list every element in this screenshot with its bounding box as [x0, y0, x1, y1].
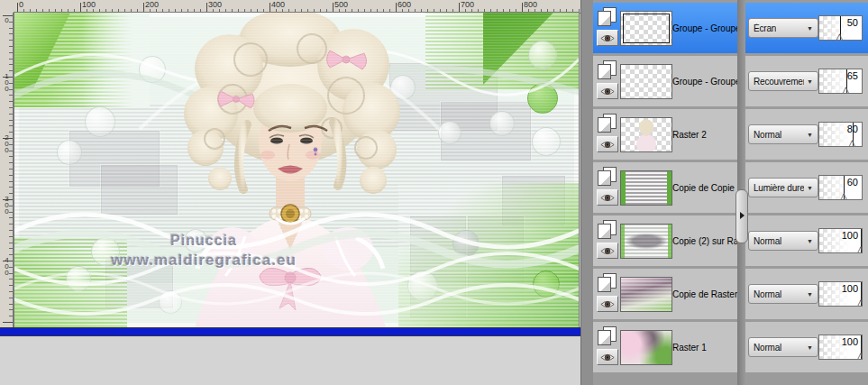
- opacity-slider[interactable]: 80 △: [818, 122, 863, 147]
- layer-name: Copie (2) sur Raster: [672, 215, 737, 266]
- ruler-label: 100: [82, 0, 96, 10]
- opacity-slider[interactable]: 60 △: [818, 175, 863, 200]
- opacity-value: 60: [847, 177, 858, 188]
- layer-row[interactable]: Raster 1 Normal ▼ 100 △: [593, 322, 868, 372]
- window-bottom-border: [0, 327, 585, 336]
- ruler-label: 400: [1, 256, 11, 275]
- visibility-toggle-eye-icon[interactable]: [597, 296, 618, 312]
- layer-name: Copie de Raster 1: [672, 269, 737, 319]
- ruler-label: 300: [208, 0, 222, 10]
- ruler-label: 700: [461, 0, 474, 10]
- layer-row[interactable]: Copie (2) sur Raster Normal ▼ 100 △: [593, 215, 868, 266]
- ruler-label: 600: [397, 0, 411, 10]
- ruler-label: 100: [1, 72, 11, 91]
- chevron-down-icon: ▼: [804, 238, 813, 244]
- layer-type-icon: [598, 7, 617, 26]
- ruler-label: 200: [1, 133, 11, 152]
- blend-mode-label: Lumière dure: [754, 183, 804, 193]
- layer-thumbnail[interactable]: [620, 224, 672, 259]
- layer-row[interactable]: Groupe - Groupe - R Écran ▼ 50 △: [593, 3, 868, 53]
- layer-type-icon: [598, 220, 617, 239]
- ruler-label: 800: [524, 0, 537, 10]
- blend-mode-dropdown[interactable]: Normal ▼: [748, 337, 818, 357]
- opacity-slider[interactable]: 65 △: [818, 69, 863, 94]
- ruler-label: 300: [1, 195, 11, 214]
- visibility-toggle-eye-icon[interactable]: [597, 349, 618, 365]
- opacity-value: 50: [847, 17, 858, 28]
- canvas[interactable]: Pinuccia www.maldiregrafica.eu: [14, 13, 579, 327]
- layer-thumbnail[interactable]: [620, 170, 672, 206]
- blend-mode-label: Normal: [754, 343, 781, 353]
- visibility-toggle-eye-icon[interactable]: [597, 189, 618, 206]
- layer-name: Copie de Copie (2): [672, 162, 737, 213]
- layer-row[interactable]: Raster 2 Normal ▼ 80 △: [593, 109, 868, 160]
- opacity-value: 100: [842, 230, 858, 241]
- blend-mode-dropdown[interactable]: Normal ▼: [748, 231, 818, 251]
- watermark-url: www.maldiregrafica.eu: [69, 252, 339, 270]
- opacity-thumb-triangle: △: [857, 245, 863, 253]
- chevron-down-icon: ▼: [804, 132, 813, 138]
- blend-mode-dropdown[interactable]: Lumière dure ▼: [748, 178, 818, 197]
- panel-column-divider: [737, 0, 745, 385]
- blend-mode-label: Normal: [754, 289, 781, 299]
- layer-name: Raster 1: [672, 322, 737, 372]
- ruler-label: 0: [19, 0, 23, 10]
- portrait-artwork: [14, 13, 579, 327]
- blend-mode-dropdown[interactable]: Normal ▼: [748, 124, 818, 144]
- layer-thumbnail[interactable]: [620, 330, 672, 365]
- opacity-slider[interactable]: 100 △: [818, 228, 863, 253]
- layer-type-icon: [598, 167, 617, 186]
- layer-type-icon: [598, 273, 617, 292]
- layer-thumbnail[interactable]: [620, 277, 672, 312]
- ruler-label: 0: [1, 16, 11, 23]
- blend-mode-label: Écran: [754, 23, 776, 33]
- opacity-thumb-triangle: △: [857, 298, 863, 307]
- layer-thumbnail[interactable]: [620, 64, 672, 99]
- panel-splitter-handle[interactable]: [736, 189, 748, 243]
- opacity-slider[interactable]: 100 △: [818, 281, 863, 307]
- ruler-label: 400: [271, 0, 285, 10]
- layer-thumbnail[interactable]: [620, 117, 672, 152]
- layer-row[interactable]: Copie de Copie (2) Lumière dure ▼ 60 △: [593, 162, 868, 213]
- app-window: 0 100 200 300 400 500 600 700 800 0 100 …: [0, 0, 868, 385]
- ruler-label: 200: [145, 0, 159, 10]
- visibility-toggle-eye-icon[interactable]: [597, 243, 618, 259]
- chevron-down-icon: ▼: [804, 291, 813, 298]
- visibility-toggle-eye-icon[interactable]: [597, 83, 618, 99]
- layer-type-icon: [598, 326, 617, 345]
- blend-mode-label: Recouvrement: [754, 77, 804, 87]
- blend-mode-dropdown[interactable]: Normal ▼: [748, 284, 818, 304]
- layer-type-icon: [598, 114, 617, 133]
- vertical-ruler: 0 100 200 300 400: [0, 13, 14, 327]
- chevron-down-icon: ▼: [804, 78, 813, 85]
- ruler-label: 500: [334, 0, 348, 10]
- opacity-thumb-triangle: △: [849, 139, 856, 147]
- visibility-toggle-eye-icon[interactable]: [597, 30, 618, 46]
- chevron-down-icon: ▼: [804, 185, 813, 191]
- opacity-value: 100: [842, 336, 858, 347]
- layer-name: Raster 2: [672, 109, 737, 160]
- opacity-thumb-triangle: △: [857, 352, 863, 360]
- watermark-name: Pinuccia: [69, 233, 339, 249]
- layer-thumbnail[interactable]: [620, 11, 672, 46]
- blend-mode-dropdown[interactable]: Recouvrement ▼: [748, 71, 818, 91]
- watermark: Pinuccia www.maldiregrafica.eu: [69, 233, 339, 270]
- opacity-slider[interactable]: 50 △: [818, 15, 863, 41]
- blend-mode-label: Normal: [754, 130, 781, 140]
- layers-palette: Groupe - Groupe - R Écran ▼ 50 △ Groupe …: [593, 0, 868, 385]
- layer-row[interactable]: Copie de Raster 1 Normal ▼ 100 △: [593, 269, 868, 319]
- layer-type-icon: [598, 60, 617, 79]
- visibility-toggle-eye-icon[interactable]: [597, 136, 618, 152]
- opacity-value: 100: [842, 283, 858, 294]
- horizontal-ruler: 0 100 200 300 400 500 600 700 800: [13, 0, 580, 14]
- portrait-woman: [184, 13, 400, 327]
- blend-mode-dropdown[interactable]: Écran ▼: [748, 18, 818, 38]
- chevron-down-icon: ▼: [804, 344, 813, 351]
- opacity-thumb-triangle: △: [843, 86, 850, 94]
- blend-mode-label: Normal: [754, 236, 781, 246]
- opacity-thumb-triangle: △: [840, 192, 847, 200]
- opacity-value: 65: [847, 70, 858, 81]
- ruler-corner: [0, 0, 14, 14]
- layer-row[interactable]: Groupe - Groupe - C Recouvrement ▼ 65 △: [593, 56, 868, 106]
- opacity-slider[interactable]: 100 △: [818, 335, 863, 360]
